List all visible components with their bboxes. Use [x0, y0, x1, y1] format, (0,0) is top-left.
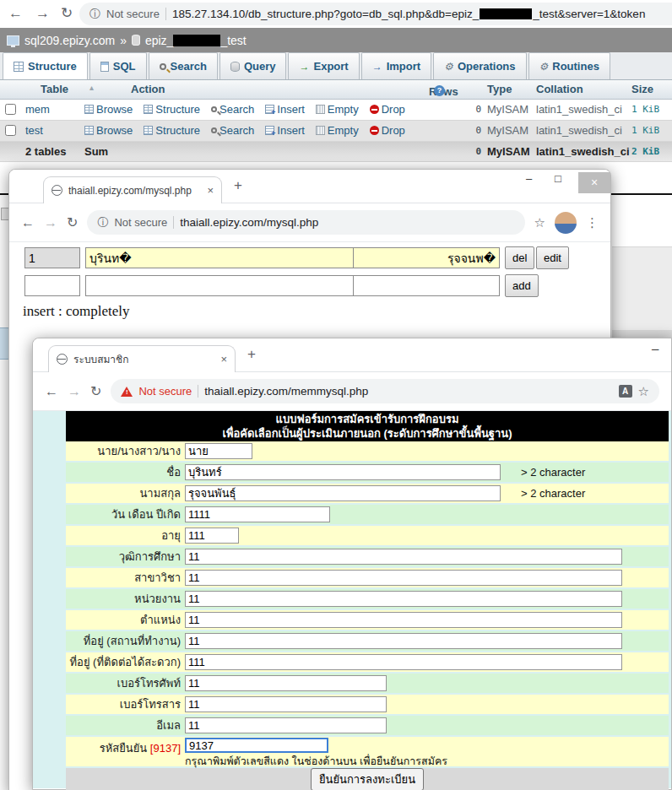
back-icon[interactable]: ←	[8, 4, 23, 23]
email-field[interactable]	[185, 717, 387, 733]
address-bar[interactable]: ⓘ Not secure thaiall.epizy.com/mysql.php	[87, 210, 524, 235]
add-button[interactable]: add	[505, 274, 539, 297]
table-name-link[interactable]: mem	[25, 103, 50, 116]
profile-avatar[interactable]	[555, 212, 577, 234]
major-field[interactable]	[185, 570, 622, 586]
sum-rows: 0	[447, 146, 481, 157]
info-icon[interactable]: ⓘ	[97, 215, 108, 230]
new-tab-button[interactable]: +	[247, 346, 256, 363]
organization-field[interactable]	[185, 591, 622, 607]
form-row: สาขาวิชา	[66, 568, 669, 587]
tab-sql[interactable]: SQL	[89, 52, 147, 79]
address-bar[interactable]: Not secure thaiall.epizy.com/memmysql.ph…	[111, 379, 659, 403]
del-button[interactable]: del	[505, 246, 534, 269]
field-note: > 2 character	[521, 487, 585, 500]
main-address-bar[interactable]: ⓘ Not secure 185.27.134.10/db_structure.…	[79, 3, 672, 25]
tab-title: ระบบสมาชิก	[73, 351, 214, 367]
browser-tab[interactable]: ระบบสมาชิก ×	[48, 345, 236, 372]
back-icon[interactable]: ←	[21, 215, 35, 230]
tab-structure[interactable]: Structure	[3, 52, 88, 79]
browser-tab[interactable]: thaiall.epizy.com/mysql.php ×	[43, 176, 222, 203]
phone-field[interactable]	[185, 675, 387, 691]
col-type[interactable]: Type	[487, 83, 512, 95]
tab-import[interactable]: →Import	[361, 52, 431, 79]
edit-button[interactable]: edit	[536, 246, 569, 269]
back-icon[interactable]: ←	[45, 384, 58, 399]
structure-link[interactable]: Structure	[144, 103, 200, 116]
menu-icon[interactable]: ⋮	[586, 215, 599, 230]
new-id-field[interactable]	[24, 275, 80, 296]
position-field[interactable]	[185, 612, 622, 628]
tab-title: thaiall.epizy.com/mysql.php	[68, 185, 201, 197]
tab-close-icon[interactable]: ×	[220, 353, 227, 365]
birthdate-field[interactable]	[185, 506, 330, 522]
drop-link[interactable]: Drop	[370, 103, 405, 116]
captcha-note: กรุณาพิมพ์ตัวเลขสีแดง ในช่องด้านบน เพื่อ…	[185, 753, 447, 770]
submit-button[interactable]: ยืนยันการลงทะเบียน	[311, 768, 424, 790]
forward-icon[interactable]: →	[35, 4, 50, 23]
captcha-field[interactable]	[185, 738, 328, 753]
row-collation: latin1_swedish_ci	[536, 103, 622, 116]
breadcrumb-database[interactable]: epiz__test	[145, 34, 247, 47]
title-field[interactable]	[185, 443, 252, 459]
first-name-field[interactable]	[185, 464, 501, 480]
education-field[interactable]	[185, 549, 622, 565]
info-icon[interactable]: ⓘ	[89, 7, 100, 22]
insert-link[interactable]: Insert	[265, 103, 305, 116]
row-checkbox[interactable]	[5, 125, 16, 136]
table-name-link[interactable]: test	[25, 124, 43, 137]
col-collation[interactable]: Collation	[536, 83, 583, 95]
reload-icon[interactable]: ↻	[61, 4, 73, 23]
tab-routines[interactable]: ⚙Routines	[528, 52, 610, 79]
last-name-field[interactable]	[185, 485, 501, 501]
tab-close-icon[interactable]: ×	[207, 184, 214, 197]
age-field[interactable]	[185, 528, 239, 544]
breadcrumb-server[interactable]: sql209.epizy.com	[24, 34, 115, 47]
browse-link[interactable]: Browse	[84, 103, 133, 116]
browser-toolbar: ← → ↻ ⓘ Not secure thaiall.epizy.com/mys…	[9, 203, 610, 242]
last-name-field[interactable]	[353, 247, 500, 268]
row-count: 0	[447, 125, 481, 136]
new-last-name-field[interactable]	[353, 275, 500, 296]
structure-link[interactable]: Structure	[144, 124, 200, 137]
minimize-button[interactable]: –	[652, 341, 658, 355]
forward-icon[interactable]: →	[44, 215, 57, 230]
warning-icon[interactable]	[121, 387, 133, 397]
search-link[interactable]: Search	[211, 103, 254, 116]
fax-field[interactable]	[185, 696, 387, 712]
help-icon[interactable]: ?	[434, 85, 445, 96]
empty-link[interactable]: Empty	[316, 103, 359, 116]
registration-form: แบบฟอร์มการสมัครเข้ารับการฝึกอบรม เพื่อค…	[66, 411, 669, 790]
tab-operations[interactable]: ⚙Operations	[433, 52, 526, 79]
close-button[interactable]: ×	[578, 172, 610, 193]
search-link[interactable]: Search	[211, 124, 254, 137]
forward-icon[interactable]: →	[68, 384, 81, 399]
col-size[interactable]: Size	[631, 83, 653, 95]
tab-query[interactable]: Query	[219, 52, 287, 79]
new-tab-button[interactable]: +	[234, 177, 242, 194]
first-name-field[interactable]	[85, 247, 354, 268]
field-label: อายุ	[66, 530, 185, 542]
browse-link[interactable]: Browse	[84, 124, 133, 137]
translate-icon[interactable]: A	[619, 385, 632, 398]
record-id-field[interactable]	[24, 247, 80, 268]
insert-link[interactable]: Insert	[265, 124, 305, 137]
empty-link[interactable]: Empty	[316, 124, 359, 137]
reload-icon[interactable]: ↻	[90, 383, 101, 399]
work-address-field[interactable]	[185, 633, 622, 649]
tab-search[interactable]: Search	[149, 52, 218, 79]
tab-export[interactable]: →Export	[288, 52, 359, 79]
drop-link[interactable]: Drop	[370, 124, 405, 137]
not-secure-label: Not secure	[106, 8, 160, 20]
new-first-name-field[interactable]	[85, 275, 354, 296]
maximize-button[interactable]: □	[555, 172, 561, 185]
pma-table-header: Table ▴ Action Rows? Type Collation Size	[0, 80, 672, 100]
col-table[interactable]: Table	[41, 83, 68, 95]
table-row: test Browse Structure Search Insert Empt…	[0, 121, 672, 142]
contact-address-field[interactable]	[185, 654, 622, 670]
minimize-button[interactable]: –	[526, 172, 532, 185]
row-checkbox[interactable]	[5, 104, 16, 115]
reload-icon[interactable]: ↻	[67, 214, 78, 230]
bookmark-star-icon[interactable]: ☆	[638, 384, 649, 399]
bookmark-star-icon[interactable]: ☆	[534, 215, 545, 230]
